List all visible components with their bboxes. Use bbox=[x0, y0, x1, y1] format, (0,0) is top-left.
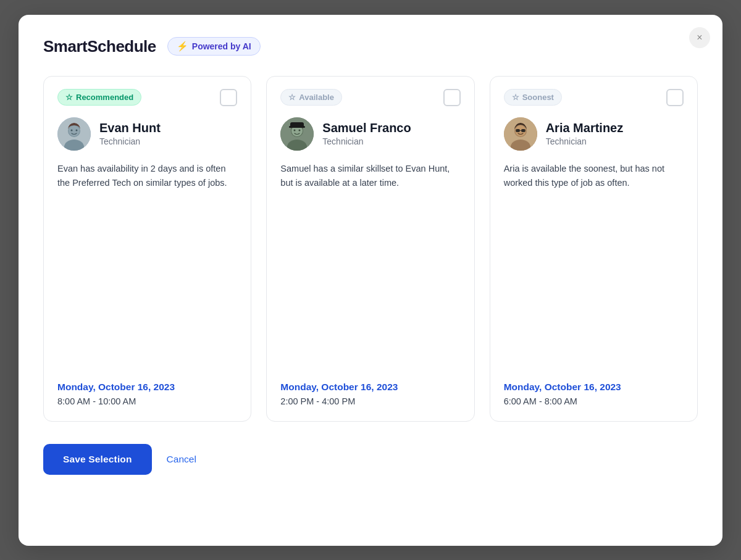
card-evan: ☆ Recommended bbox=[43, 76, 251, 422]
card-desc-samuel: Samuel has a similar skillset to Evan Hu… bbox=[280, 162, 460, 367]
card-date-aria: Monday, October 16, 2023 bbox=[504, 382, 684, 393]
badge-label-samuel: Available bbox=[299, 93, 334, 102]
select-samuel-checkbox[interactable] bbox=[443, 89, 461, 106]
technician-row-samuel: Samuel Franco Technician bbox=[280, 117, 460, 151]
avatar-evan bbox=[57, 117, 91, 151]
bottom-bar: Save Selection Cancel bbox=[43, 444, 698, 475]
tech-name-evan: Evan Hunt bbox=[99, 121, 161, 135]
card-time-evan: 8:00 AM - 10:00 AM bbox=[57, 396, 237, 406]
svg-rect-20 bbox=[516, 129, 520, 132]
card-top-aria: ☆ Soonest bbox=[504, 89, 684, 106]
star-icon-aria: ☆ bbox=[512, 93, 519, 102]
ai-badge: ⚡ Powered by AI bbox=[167, 37, 261, 56]
svg-point-4 bbox=[71, 129, 73, 131]
svg-rect-21 bbox=[521, 129, 525, 132]
badge-label-evan: Recommended bbox=[76, 93, 133, 102]
card-date-evan: Monday, October 16, 2023 bbox=[57, 382, 237, 393]
ai-badge-label: Powered by AI bbox=[192, 41, 251, 51]
tech-role-evan: Technician bbox=[99, 136, 161, 146]
avatar-evan-svg bbox=[57, 117, 91, 151]
select-aria-checkbox[interactable] bbox=[666, 89, 684, 106]
smart-schedule-modal: × SmartSchedule ⚡ Powered by AI ☆ Recomm… bbox=[19, 15, 722, 546]
svg-rect-13 bbox=[290, 122, 304, 128]
cards-row: ☆ Recommended bbox=[43, 76, 698, 422]
badge-soonest: ☆ Soonest bbox=[504, 89, 562, 106]
avatar-aria-svg bbox=[504, 117, 537, 151]
card-top-samuel: ☆ Available bbox=[280, 89, 460, 106]
badge-available: ☆ Available bbox=[280, 89, 342, 106]
card-footer-samuel: Monday, October 16, 2023 2:00 PM - 4:00 … bbox=[280, 367, 460, 406]
select-evan-checkbox[interactable] bbox=[220, 89, 237, 106]
card-aria: ☆ Soonest bbox=[490, 76, 698, 422]
modal-header: SmartSchedule ⚡ Powered by AI bbox=[43, 37, 698, 56]
avatar-aria bbox=[504, 117, 537, 151]
tech-role-samuel: Technician bbox=[322, 136, 411, 146]
app-title: SmartSchedule bbox=[43, 37, 156, 56]
card-time-aria: 6:00 AM - 8:00 AM bbox=[504, 396, 684, 406]
star-icon-samuel: ☆ bbox=[288, 93, 296, 102]
technician-row-evan: Evan Hunt Technician bbox=[57, 117, 237, 151]
badge-label-aria: Soonest bbox=[522, 93, 554, 102]
card-top-evan: ☆ Recommended bbox=[57, 89, 237, 106]
svg-point-10 bbox=[294, 129, 296, 131]
badge-recommended: ☆ Recommended bbox=[57, 89, 141, 106]
tech-info-evan: Evan Hunt Technician bbox=[99, 121, 161, 146]
card-footer-evan: Monday, October 16, 2023 8:00 AM - 10:00… bbox=[57, 367, 237, 406]
close-icon: × bbox=[697, 32, 702, 43]
cancel-button[interactable]: Cancel bbox=[167, 454, 196, 465]
svg-point-11 bbox=[299, 129, 301, 131]
card-desc-evan: Evan has availability in 2 days and is o… bbox=[57, 162, 237, 367]
technician-row-aria: Aria Martinez Technician bbox=[504, 117, 684, 151]
svg-point-3 bbox=[69, 125, 80, 136]
card-time-samuel: 2:00 PM - 4:00 PM bbox=[280, 396, 460, 406]
tech-info-samuel: Samuel Franco Technician bbox=[322, 121, 411, 146]
avatar-samuel-svg bbox=[280, 117, 314, 151]
card-samuel: ☆ Available bbox=[266, 76, 474, 422]
close-button[interactable]: × bbox=[689, 27, 710, 48]
card-footer-aria: Monday, October 16, 2023 6:00 AM - 8:00 … bbox=[504, 367, 684, 406]
tech-name-samuel: Samuel Franco bbox=[322, 121, 411, 135]
bolt-icon: ⚡ bbox=[177, 41, 188, 52]
tech-name-aria: Aria Martinez bbox=[546, 121, 624, 135]
card-desc-aria: Aria is available the soonest, but has n… bbox=[504, 162, 684, 367]
tech-role-aria: Technician bbox=[546, 136, 624, 146]
svg-point-5 bbox=[76, 129, 78, 131]
save-selection-button[interactable]: Save Selection bbox=[43, 444, 152, 475]
star-icon-evan: ☆ bbox=[65, 93, 73, 102]
avatar-samuel bbox=[280, 117, 314, 151]
tech-info-aria: Aria Martinez Technician bbox=[546, 121, 624, 146]
card-date-samuel: Monday, October 16, 2023 bbox=[280, 382, 460, 393]
